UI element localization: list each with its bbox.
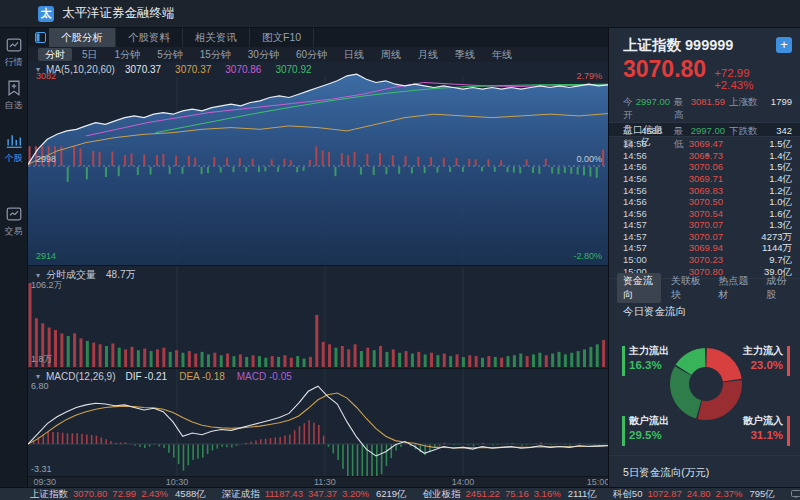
index-amount: 6219亿: [376, 488, 407, 500]
fund-label-主力流入: 主力流入23.0%: [743, 344, 783, 372]
period-5日[interactable]: 5日: [75, 48, 105, 61]
index-name: 创业板指: [423, 488, 461, 500]
ma-value: 3070.37: [175, 64, 211, 75]
status-index-深证成指: 深证成指11187.43347.373.20%6219亿: [222, 488, 407, 500]
macd-scale-bottom: -3.31: [31, 464, 52, 474]
order-book-row: 14:563070.061.5亿: [609, 161, 800, 172]
trade-price: 3070.07: [665, 219, 723, 230]
volume-scale-bottom: 1.8万: [31, 353, 53, 366]
trade-time: 14:56: [623, 208, 665, 219]
trade-amount: 1.4亿: [769, 150, 792, 161]
collapse-chevron-icon[interactable]: ▾: [36, 372, 40, 381]
sidebar-item-label: 自选: [5, 99, 23, 112]
period-15分钟[interactable]: 15分钟: [193, 48, 238, 61]
message-icon[interactable]: [791, 490, 800, 499]
period-5分钟[interactable]: 5分钟: [150, 48, 190, 61]
ma-values: 3070.373070.373070.863070.92: [125, 64, 312, 75]
fund-tab-关联板块[interactable]: 关联板块: [665, 273, 709, 303]
ma-value: 3070.86: [225, 64, 261, 75]
fund-tab-资金流向[interactable]: 资金流向: [617, 273, 661, 303]
fund-flow-donut-area: 主力流入23.0%散户流入31.1%散户流出29.5%主力流出16.3%: [609, 320, 800, 455]
order-book-row: 14:563069.711.4亿: [609, 173, 800, 184]
stat-最高: 最高3081.59: [674, 96, 725, 122]
index-chg: 347.37: [308, 488, 337, 500]
main-chart-header: ▾ MA(5,10,20,60) 3070.373070.373070.8630…: [36, 64, 312, 75]
trade-price: 3069.71: [665, 173, 723, 184]
trade-time: 14:57: [623, 231, 665, 242]
index-name: 上证指数: [30, 488, 68, 500]
order-book: 14:563069.471.5亿14:563069.731.4亿14:56307…: [609, 137, 800, 278]
trade-time: 14:56: [623, 196, 665, 207]
trade-amount: 1.3亿: [769, 219, 792, 230]
index-name: 科创50: [613, 488, 643, 500]
fund-label-主力流出: 主力流出16.3%: [629, 344, 669, 372]
intraday-price-chart[interactable]: ▾ MA(5,10,20,60) 3070.373070.373070.8630…: [28, 62, 608, 265]
stat-今开: 今开2997.00: [623, 96, 670, 122]
period-季线[interactable]: 季线: [448, 48, 482, 61]
sidebar-item-交易[interactable]: 交易: [5, 205, 23, 238]
index-chg: 24.80: [687, 488, 711, 500]
macd-plot: [28, 369, 608, 477]
tab-相关资讯[interactable]: 相关资讯: [183, 28, 250, 47]
sidebar-item-自选[interactable]: 自选: [5, 79, 23, 112]
fund-tab-热点题材[interactable]: 热点题材: [712, 273, 756, 303]
index-name-and-code: 上证指数 999999: [623, 36, 733, 55]
index-price: 11187.43: [265, 488, 303, 500]
volume-chart[interactable]: ▾ 分时成交量 48.7万 106.2万 1.8万: [28, 265, 608, 368]
trade-time: 14:56: [623, 161, 665, 172]
trade-amount: 1144万: [762, 242, 792, 253]
pct-label-low: -2.80%: [573, 251, 602, 261]
price-area-plot: [28, 62, 608, 265]
period-60分钟[interactable]: 60分钟: [289, 48, 334, 61]
tab-个股资料[interactable]: 个股资料: [116, 28, 183, 47]
trade-amount: 1.4亿: [769, 173, 792, 184]
trade-price: 3069.47: [665, 138, 723, 149]
last-price: 3070.80: [623, 56, 706, 83]
macd-label: DIF -0.21: [125, 371, 167, 382]
period-1分钟[interactable]: 1分钟: [108, 48, 148, 61]
sidebar-item-行情[interactable]: 行情: [5, 36, 23, 69]
sidebar: 行情自选个股交易: [0, 28, 28, 487]
period-月线[interactable]: 月线: [411, 48, 445, 61]
fund-tab-成份股[interactable]: 成份股: [760, 273, 796, 303]
index-pct: 2.43%: [141, 488, 168, 500]
period-日线[interactable]: 日线: [337, 48, 371, 61]
fund-label-散户流出: 散户流出29.5%: [629, 414, 669, 442]
chart-column: 个股分析个股资料相关资讯图文F10 分时5日1分钟5分钟15分钟30分钟60分钟…: [28, 28, 608, 487]
period-分时[interactable]: 分时: [38, 48, 72, 61]
status-index-科创50: 科创501072.8724.802.37%795亿: [613, 488, 775, 500]
macd-label: DEA -0.18: [179, 371, 225, 382]
fund-label-indicator: [787, 416, 790, 446]
tab-图文F10[interactable]: 图文F10: [250, 28, 314, 47]
order-book-row: 14:563069.831.2亿: [609, 185, 800, 196]
index-price: 1072.87: [647, 488, 681, 500]
period-30分钟[interactable]: 30分钟: [241, 48, 286, 61]
trade-amount: 1.5亿: [769, 138, 792, 149]
order-book-row: 14:563070.501.0亿: [609, 196, 800, 207]
status-icons: [791, 489, 800, 499]
status-bar: 上证指数3070.8072.992.43%4588亿深证成指11187.4334…: [0, 487, 800, 500]
index-price: 3070.80: [73, 488, 107, 500]
period-周线[interactable]: 周线: [374, 48, 408, 61]
pct-label-zero: 0.00%: [576, 154, 602, 164]
index-amount: 4588亿: [175, 488, 206, 500]
macd-chart[interactable]: ▾ MACD(12,26,9) DIF -0.21DEA -0.18MACD -…: [28, 368, 608, 476]
order-book-row: 14:573070.074273万: [609, 231, 800, 242]
layout-split-icon[interactable]: [31, 28, 49, 47]
index-amount: 2111亿: [568, 488, 597, 500]
add-to-watchlist-button[interactable]: +: [776, 37, 792, 53]
tab-个股分析[interactable]: 个股分析: [49, 28, 116, 47]
fund-label-散户流入: 散户流入31.1%: [743, 414, 783, 442]
sidebar-item-label: 个股: [5, 152, 23, 165]
fund-label-name: 主力流入: [743, 344, 783, 357]
macd-values: DIF -0.21DEA -0.18MACD -0.05: [125, 371, 291, 382]
order-book-row: 14:573070.071.3亿: [609, 219, 800, 230]
order-book-row: 14:573069.941144万: [609, 242, 800, 253]
pct-label-high: 2.79%: [576, 71, 602, 81]
macd-header: ▾ MACD(12,26,9) DIF -0.21DEA -0.18MACD -…: [36, 371, 292, 382]
sidebar-item-个股[interactable]: 个股: [5, 132, 23, 165]
trade-time: 14:56: [623, 173, 665, 184]
sidebar-item-label: 交易: [5, 225, 23, 238]
fund-label-pct: 31.1%: [743, 429, 783, 442]
period-年线[interactable]: 年线: [485, 48, 519, 61]
